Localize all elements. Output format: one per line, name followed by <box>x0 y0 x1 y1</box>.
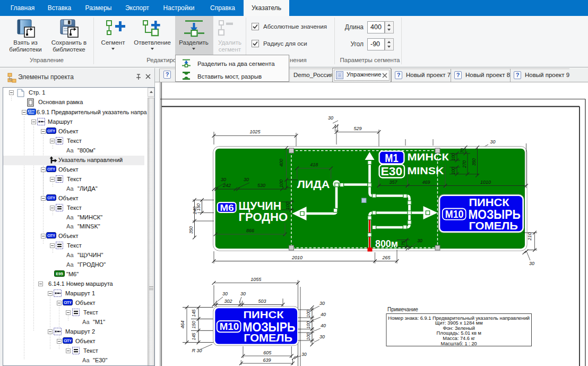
svg-text:ЛИДА: ЛИДА <box>297 178 330 190</box>
svg-text:464: 464 <box>180 320 185 328</box>
svg-text:ГОМЕЛЬ: ГОМЕЛЬ <box>244 332 292 344</box>
svg-text:CITY: CITY <box>47 234 55 237</box>
svg-text:ЩУЧИН: ЩУЧИН <box>239 200 282 212</box>
svg-text:Щит: 3905 х 1284 мм: Щит: 3905 х 1284 мм <box>435 320 483 326</box>
svg-text:30: 30 <box>221 177 226 182</box>
svg-text:ГРОДНО: ГРОДНО <box>239 211 288 224</box>
svg-text:MINSK: MINSK <box>408 166 444 176</box>
svg-text:40: 40 <box>321 323 326 328</box>
svg-text:1025: 1025 <box>249 129 261 134</box>
svg-text:242: 242 <box>222 183 231 188</box>
svg-text:М10: М10 <box>220 321 239 332</box>
svg-text:357: 357 <box>389 180 397 185</box>
svg-text:270: 270 <box>462 160 467 168</box>
svg-text:Номер знака: 6.9.1 Предварител: Номер знака: 6.9.1 Предварительный указа… <box>388 316 530 321</box>
svg-text:М6: М6 <box>220 203 234 213</box>
svg-text:30: 30 <box>244 177 249 182</box>
svg-text:75: 75 <box>401 241 406 246</box>
svg-text:866: 866 <box>246 228 254 233</box>
svg-text:800м: 800м <box>375 238 398 249</box>
svg-text:30: 30 <box>490 139 495 144</box>
svg-text:30: 30 <box>529 261 534 266</box>
svg-text:CITY: CITY <box>47 129 55 133</box>
svg-text:350: 350 <box>188 226 194 234</box>
svg-text:605: 605 <box>263 350 272 355</box>
svg-text:100: 100 <box>306 310 311 317</box>
svg-text:30: 30 <box>417 238 422 243</box>
svg-text:М1: М1 <box>385 151 398 165</box>
svg-text:CITY: CITY <box>64 301 72 304</box>
svg-text:30: 30 <box>319 334 325 339</box>
svg-text:30: 30 <box>222 291 228 296</box>
svg-text:30: 30 <box>240 291 246 296</box>
svg-text:1010: 1010 <box>480 180 491 185</box>
svg-text:350: 350 <box>471 158 477 166</box>
svg-text:Площадь: 5.01 кв м: Площадь: 5.01 кв м <box>437 330 481 336</box>
svg-text:302: 302 <box>224 299 232 304</box>
svg-text:40: 40 <box>321 312 326 317</box>
svg-text:Примечание: Примечание <box>387 307 418 312</box>
svg-text:530: 530 <box>257 183 265 188</box>
svg-text:Е30: Е30 <box>381 165 403 178</box>
svg-text:240: 240 <box>192 207 197 215</box>
svg-text:ГОМЕЛЬ: ГОМЕЛЬ <box>469 220 518 232</box>
svg-text:210: 210 <box>527 232 532 241</box>
svg-text:МИНСК: МИНСК <box>408 151 449 163</box>
svg-text:М10: М10 <box>445 208 464 220</box>
svg-text:Масштаб: 1 : 20: Масштаб: 1 : 20 <box>441 341 477 346</box>
svg-text:100: 100 <box>285 202 290 210</box>
svg-text:503: 503 <box>258 299 266 304</box>
svg-text:150: 150 <box>191 321 196 328</box>
svg-text:100: 100 <box>306 321 311 329</box>
svg-text:100: 100 <box>279 180 284 188</box>
svg-text:400: 400 <box>279 159 284 167</box>
svg-text:CITY: CITY <box>47 196 55 200</box>
svg-text:469: 469 <box>422 180 430 185</box>
svg-text:ПИНСК: ПИНСК <box>469 197 509 208</box>
svg-text:145: 145 <box>191 333 196 340</box>
svg-text:2010: 2010 <box>291 255 302 260</box>
svg-text:639: 639 <box>263 358 271 363</box>
svg-text:CITY: CITY <box>47 167 55 171</box>
svg-text:70: 70 <box>460 148 465 154</box>
svg-text:100: 100 <box>451 167 456 174</box>
svg-text:Масса: 74.6 кг: Масса: 74.6 кг <box>443 336 475 341</box>
svg-text:30: 30 <box>319 301 325 306</box>
svg-text:R 30: R 30 <box>192 348 202 353</box>
svg-text:Фон: Зеленый: Фон: Зеленый <box>443 326 475 331</box>
svg-text:418: 418 <box>310 162 318 167</box>
svg-text:100: 100 <box>306 333 311 340</box>
svg-text:265: 265 <box>382 255 391 260</box>
svg-text:529: 529 <box>353 126 361 131</box>
svg-text:30: 30 <box>301 352 307 357</box>
svg-text:30: 30 <box>328 115 333 121</box>
svg-text:100: 100 <box>451 153 456 160</box>
svg-text:ПИНСК: ПИНСК <box>243 309 284 320</box>
svg-text:1055: 1055 <box>250 277 262 282</box>
svg-text:145: 145 <box>191 309 196 317</box>
svg-text:CITY: CITY <box>64 339 72 343</box>
svg-text:E95: E95 <box>56 271 63 276</box>
